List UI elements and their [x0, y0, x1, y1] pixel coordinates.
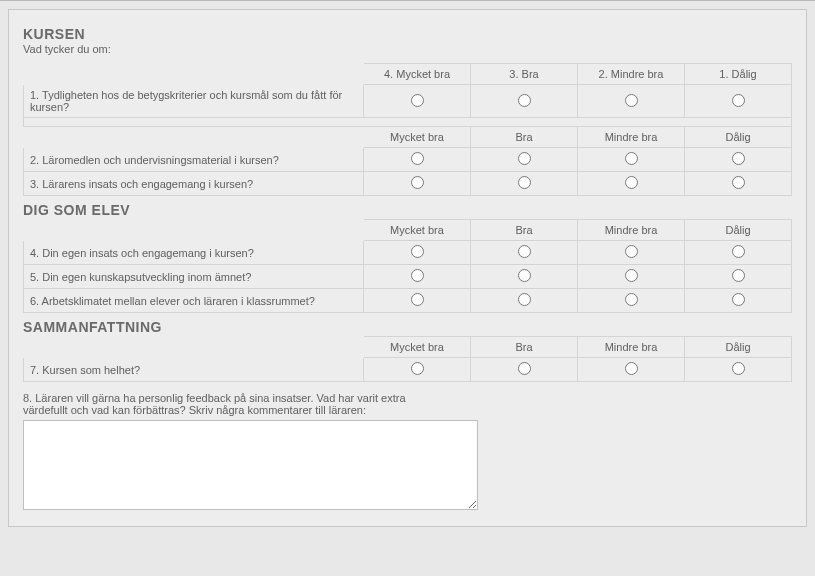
radio-q5-opt3[interactable]: [625, 269, 638, 282]
header-cell: Dålig: [685, 127, 792, 148]
radio-q5-opt2[interactable]: [518, 269, 531, 282]
radio-q3-opt1[interactable]: [411, 176, 424, 189]
radio-q6-opt3[interactable]: [625, 293, 638, 306]
question-label: 6. Arbetsklimatet mellan elever och lära…: [24, 289, 364, 313]
header-cell: Bra: [471, 127, 578, 148]
header-cell: Mycket bra: [364, 220, 471, 241]
radio-q4-opt2[interactable]: [518, 245, 531, 258]
radio-q6-opt1[interactable]: [411, 293, 424, 306]
feedback-textarea[interactable]: [23, 420, 478, 510]
header-cell: Mindre bra: [578, 337, 685, 358]
table-row: 7. Kursen som helhet?: [24, 358, 792, 382]
section-kursen-title: KURSEN: [23, 26, 792, 42]
section-dig-grid: Mycket bra Bra Mindre bra Dålig 4. Din e…: [23, 219, 792, 313]
radio-q4-opt4[interactable]: [732, 245, 745, 258]
blank-header: [24, 64, 364, 85]
question-label: 3. Lärarens insats och engagemang i kurs…: [24, 172, 364, 196]
radio-q5-opt1[interactable]: [411, 269, 424, 282]
radio-q3-opt3[interactable]: [625, 176, 638, 189]
radio-q2-opt3[interactable]: [625, 152, 638, 165]
header-cell: 4. Mycket bra: [364, 64, 471, 85]
radio-q3-opt2[interactable]: [518, 176, 531, 189]
blank-header: [24, 127, 364, 148]
section-samman-grid: Mycket bra Bra Mindre bra Dålig 7. Kurse…: [23, 336, 792, 382]
blank-header: [24, 220, 364, 241]
radio-q5-opt4[interactable]: [732, 269, 745, 282]
header-cell: Mycket bra: [364, 127, 471, 148]
radio-q1-opt4[interactable]: [732, 94, 745, 107]
table-row: 3. Lärarens insats och engagemang i kurs…: [24, 172, 792, 196]
radio-q7-opt4[interactable]: [732, 362, 745, 375]
header-cell: Dålig: [685, 337, 792, 358]
radio-q6-opt2[interactable]: [518, 293, 531, 306]
section-dig-title: DIG SOM ELEV: [23, 202, 792, 218]
header-cell: Mindre bra: [578, 127, 685, 148]
header-cell: Dålig: [685, 220, 792, 241]
section-kursen-grid: 4. Mycket bra 3. Bra 2. Mindre bra 1. Då…: [23, 63, 792, 196]
radio-q1-opt3[interactable]: [625, 94, 638, 107]
radio-q7-opt1[interactable]: [411, 362, 424, 375]
table-row: 1. Tydligheten hos de betygskriterier oc…: [24, 85, 792, 118]
radio-q2-opt2[interactable]: [518, 152, 531, 165]
section-kursen-subtitle: Vad tycker du om:: [23, 43, 792, 55]
radio-q4-opt3[interactable]: [625, 245, 638, 258]
header-cell: Mindre bra: [578, 220, 685, 241]
header-cell: 2. Mindre bra: [578, 64, 685, 85]
table-row: 4. Din egen insats och engagemang i kurs…: [24, 241, 792, 265]
question-label: 4. Din egen insats och engagemang i kurs…: [24, 241, 364, 265]
radio-q7-opt2[interactable]: [518, 362, 531, 375]
header-cell: Bra: [471, 337, 578, 358]
question-8-label: 8. Läraren vill gärna ha personlig feedb…: [23, 392, 453, 416]
page-outer: KURSEN Vad tycker du om: 4. Mycket bra 3…: [0, 0, 815, 535]
header-cell: Mycket bra: [364, 337, 471, 358]
radio-q1-opt2[interactable]: [518, 94, 531, 107]
table-row: 5. Din egen kunskapsutveckling inom ämne…: [24, 265, 792, 289]
survey-panel: KURSEN Vad tycker du om: 4. Mycket bra 3…: [8, 9, 807, 527]
header-cell: 1. Dålig: [685, 64, 792, 85]
section-samman-title: SAMMANFATTNING: [23, 319, 792, 335]
header-cell: 3. Bra: [471, 64, 578, 85]
radio-q4-opt1[interactable]: [411, 245, 424, 258]
radio-q2-opt1[interactable]: [411, 152, 424, 165]
radio-q7-opt3[interactable]: [625, 362, 638, 375]
question-label: 5. Din egen kunskapsutveckling inom ämne…: [24, 265, 364, 289]
table-row: 2. Läromedlen och undervisningsmaterial …: [24, 148, 792, 172]
radio-q6-opt4[interactable]: [732, 293, 745, 306]
radio-q1-opt1[interactable]: [411, 94, 424, 107]
blank-header: [24, 337, 364, 358]
table-row: 6. Arbetsklimatet mellan elever och lära…: [24, 289, 792, 313]
question-label: 1. Tydligheten hos de betygskriterier oc…: [24, 85, 364, 118]
radio-q3-opt4[interactable]: [732, 176, 745, 189]
question-label: 2. Läromedlen och undervisningsmaterial …: [24, 148, 364, 172]
radio-q2-opt4[interactable]: [732, 152, 745, 165]
question-label: 7. Kursen som helhet?: [24, 358, 364, 382]
header-cell: Bra: [471, 220, 578, 241]
